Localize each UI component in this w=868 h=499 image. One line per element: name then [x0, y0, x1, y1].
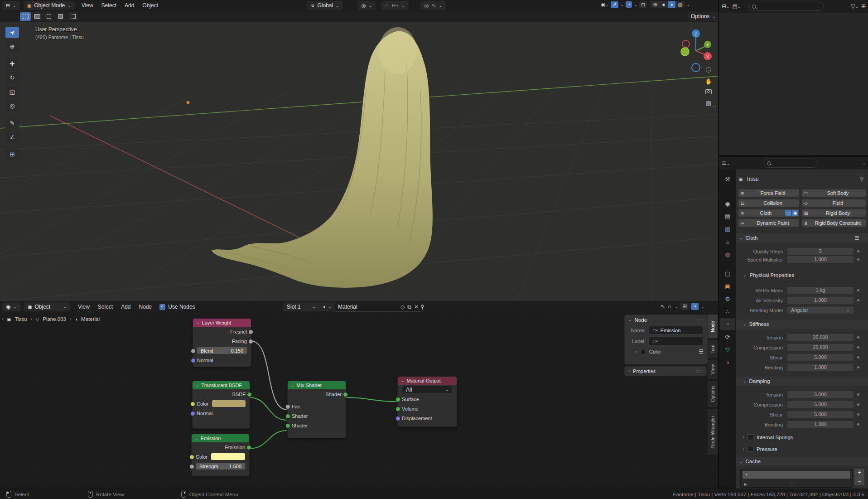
filter-funnel-icon[interactable]: ▽⌄ [851, 3, 858, 10]
transform-orientation-dropdown[interactable]: ↯ Global⌄ [307, 1, 343, 10]
pressure-checkbox[interactable] [747, 446, 753, 452]
stiffness-shear-field[interactable]: 5.000 [787, 354, 854, 361]
fake-user-shield-icon[interactable]: ◇ [400, 304, 405, 310]
node-header[interactable]: ⌄Translucent BSDF [193, 381, 250, 389]
tab-render[interactable]: ◉ [720, 198, 735, 209]
shading-rendered-button[interactable]: ◍ [675, 1, 685, 8]
select-mode-extra-button[interactable] [67, 12, 78, 21]
socket-shader-out[interactable] [343, 392, 348, 397]
cache-item-row[interactable]: ◔ [743, 471, 850, 479]
filter-images-icon[interactable]: ▤⌄ [733, 3, 741, 10]
socket-surface-in[interactable] [395, 397, 400, 402]
tool-cursor[interactable]: ⊕ [5, 41, 19, 52]
color-expand-arrow[interactable]: › [636, 349, 637, 354]
node-translucent-bsdf[interactable]: ⌄Translucent BSDF BSDF Color Normal [192, 381, 250, 429]
force-field-button[interactable]: ≋Force Field [738, 189, 799, 197]
select-tweak-button[interactable] [20, 12, 31, 21]
socket-color-in[interactable] [189, 455, 194, 460]
ortho-grid-button[interactable]: ▦ [703, 100, 714, 107]
cloth-presets-icon[interactable]: ☰ [854, 235, 859, 241]
outliner-search[interactable] [748, 2, 824, 11]
tool-scale[interactable]: ◱ [5, 86, 19, 97]
menu-view[interactable]: View [77, 0, 97, 11]
cloth-viewport-toggle[interactable]: ▭ [785, 210, 792, 216]
rigid-body-constraint-button[interactable]: ⋔Rigid Body Constraint [802, 219, 866, 227]
socket-strength-in[interactable] [189, 464, 194, 469]
ntab-node-wrangler[interactable]: Node Wrangler [708, 409, 718, 455]
shader-editor[interactable]: ◉⌄ ▣ Object⌄ View Select Add Node Use No… [0, 301, 718, 489]
ntab-view[interactable]: View [708, 360, 718, 379]
use-nodes-checkbox[interactable] [159, 304, 165, 310]
socket-fresnel-out[interactable] [248, 329, 253, 334]
shading-wireframe-button[interactable]: ⊕ [651, 1, 660, 8]
cache-expand-arrow[interactable]: ▶ [743, 482, 748, 486]
cloth-panel-header[interactable]: ⌄Cloth ☰ ∷ [736, 233, 868, 242]
socket-normal-in[interactable] [191, 358, 196, 363]
tab-view-layer[interactable]: ▥ [720, 223, 735, 235]
internal-springs-header[interactable]: ›Internal Springs [743, 434, 793, 440]
node-emission[interactable]: ⌄Emission Emission Color Strength1.500 [191, 434, 250, 476]
shading-material-button[interactable]: ◑ [668, 1, 675, 8]
gizmo-dropdown[interactable]: ⌄ [620, 2, 624, 7]
mode-dropdown[interactable]: ▣ Object Mode⌄ [24, 1, 75, 10]
tab-collection[interactable]: ▢ [720, 267, 735, 279]
socket-fac-in[interactable] [285, 404, 290, 409]
damping-bending-field[interactable]: 1.000 [787, 421, 854, 428]
tool-add-cube[interactable]: ⊞ [5, 149, 19, 160]
menu-add[interactable]: Add [121, 0, 138, 11]
properties-editor-icon[interactable]: ☰⌄ [722, 160, 730, 166]
socket-volume-in[interactable] [395, 407, 400, 412]
pressure-header[interactable]: ›Pressure [743, 446, 777, 452]
menu-object[interactable]: Object [138, 0, 162, 11]
cache-add-button[interactable]: + [854, 469, 864, 477]
socket-shader1-in[interactable] [285, 414, 290, 419]
camera-view-button[interactable] [703, 89, 714, 96]
socket-blend-in[interactable] [191, 349, 196, 354]
panel-collapse-arrow[interactable]: ⌄ [628, 318, 632, 322]
menu-select[interactable]: Select [97, 0, 121, 11]
socket-facing-out[interactable] [248, 339, 253, 344]
tab-tool[interactable]: ⚒ [720, 173, 735, 185]
panel-drag-handle[interactable]: ∷ [862, 236, 865, 241]
tab-scene[interactable]: ⌂ [720, 236, 735, 247]
tool-annotate[interactable]: ✎ [5, 117, 19, 129]
node-layer-weight[interactable]: ⌄Layer Weight Fresnel Facing Blend0.150 … [193, 318, 251, 367]
proportional-editing[interactable]: ◎ ∿⌄ [420, 1, 446, 10]
damping-shear-field[interactable]: 5.000 [787, 411, 854, 418]
vertex-mass-field[interactable]: 1 kg [787, 287, 854, 294]
material-slot-dropdown[interactable]: Slot 1⌄ [283, 302, 319, 311]
air-viscosity-field[interactable]: 1.000 [787, 297, 854, 304]
gizmo-toggle[interactable]: ↗ [611, 1, 618, 8]
soft-body-button[interactable]: ◠Soft Body [802, 189, 866, 197]
properties-pin-icon[interactable]: ⚲ [860, 176, 864, 182]
node-header[interactable]: ⌄Emission [192, 434, 249, 442]
socket-color-in[interactable] [190, 402, 195, 407]
display-mode-dropdown[interactable]: ⊟⌄ [722, 3, 730, 10]
socket-normal-in[interactable] [190, 411, 195, 416]
shader-grid-icon[interactable]: ⊞ [680, 303, 689, 310]
shader-overlay-toggle[interactable]: ◔ [691, 303, 698, 310]
shader-menu-node[interactable]: Node [135, 301, 156, 312]
node-material-output[interactable]: ⌄Material Output All⌄ Surface Volume Dis… [397, 376, 457, 427]
tool-move[interactable]: ✚ [5, 58, 19, 69]
node-header[interactable]: ⌄Mix Shader [288, 381, 346, 389]
pin-icon[interactable]: ⚲ [420, 304, 424, 310]
navigation-gizmo[interactable]: Z Y X [678, 24, 716, 73]
node-color-checkbox[interactable] [640, 349, 646, 355]
browse-material-button[interactable]: ◑⌄ [318, 302, 335, 311]
snap-controls[interactable]: ∩ ⊦⊦⊦⌄ [381, 1, 409, 10]
tool-rotate[interactable]: ↻ [5, 72, 19, 83]
cloth-render-toggle[interactable]: ◉ [792, 210, 798, 216]
damping-tension-field[interactable]: 5.000 [787, 391, 854, 398]
panel-drag-handle[interactable]: ∷∷ [697, 318, 704, 323]
node-canvas[interactable]: › ▣ Tissu › ▽ Plane.003 › ◑ Material ⌄La… [0, 313, 718, 489]
tool-select-box[interactable]: ➤ [5, 27, 19, 38]
viewport-3d[interactable]: ⊞⌄ ▣ Object Mode⌄ View Select Add Object… [0, 0, 718, 301]
internal-springs-checkbox[interactable] [747, 434, 753, 440]
emission-color-swatch[interactable] [211, 453, 245, 460]
strength-slider[interactable]: Strength1.500 [196, 463, 245, 470]
tab-physics[interactable]: ◔ [720, 318, 735, 330]
node-header[interactable]: ⌄Material Output [398, 377, 457, 385]
node-name-field[interactable]: ▢• Emission [648, 326, 704, 334]
shading-solid-button[interactable]: ● [660, 1, 667, 8]
